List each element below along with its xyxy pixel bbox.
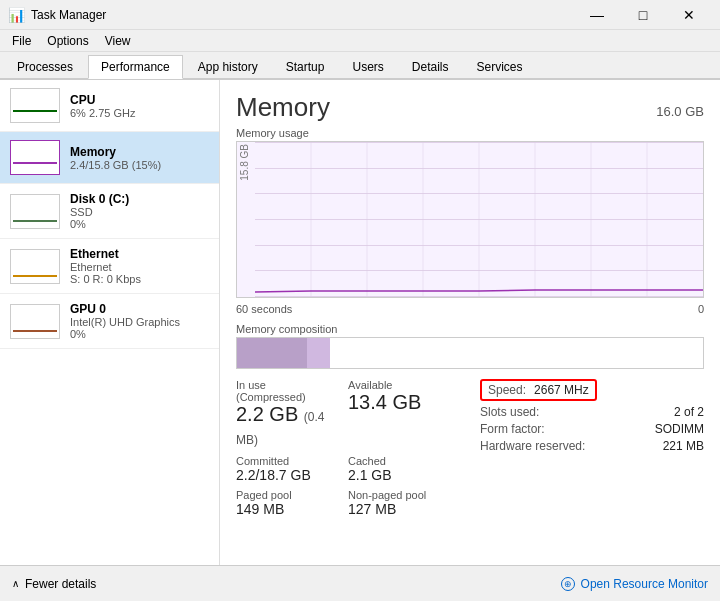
chevron-up-icon: ∧	[12, 578, 19, 589]
sidebar-item-cpu[interactable]: CPU 6% 2.75 GHz	[0, 80, 219, 132]
ethernet-name: Ethernet	[70, 247, 209, 261]
slots-row: Slots used: 2 of 2	[480, 405, 704, 419]
stat-committed: Committed 2.2/18.7 GB	[236, 455, 348, 483]
hw-row: Hardware reserved: 221 MB	[480, 439, 704, 453]
sidebar: CPU 6% 2.75 GHz Memory 2.4/15.8 GB (15%)…	[0, 80, 220, 565]
nonpaged-label: Non-paged pool	[348, 489, 444, 501]
gpu-thumbnail	[10, 304, 60, 339]
stats-left: In use (Compressed) 2.2 GB (0.4 MB) Avai…	[236, 379, 460, 523]
disk-name: Disk 0 (C:)	[70, 192, 209, 206]
disk-thumbnail	[10, 194, 60, 229]
tab-processes[interactable]: Processes	[4, 55, 86, 79]
comp-inuse	[237, 338, 307, 368]
gpu-desc2: 0%	[70, 328, 209, 340]
comp-free	[610, 338, 703, 368]
panel-total: 16.0 GB	[656, 104, 704, 119]
stats-row-3: Paged pool 149 MB Non-paged pool 127 MB	[236, 489, 460, 517]
resource-monitor-icon: ⊕	[561, 577, 575, 591]
cpu-desc: 6% 2.75 GHz	[70, 107, 209, 119]
maximize-button[interactable]: □	[620, 0, 666, 30]
form-label: Form factor:	[480, 422, 545, 436]
chart-label: Memory usage	[236, 127, 704, 139]
tab-bar: Processes Performance App history Startu…	[0, 52, 720, 80]
tab-performance[interactable]: Performance	[88, 55, 183, 79]
cpu-name: CPU	[70, 93, 209, 107]
stats-row-2: Committed 2.2/18.7 GB Cached 2.1 GB	[236, 455, 460, 483]
stats-row-1: In use (Compressed) 2.2 GB (0.4 MB) Avai…	[236, 379, 460, 449]
stat-cached: Cached 2.1 GB	[348, 455, 460, 483]
speed-row: Speed: 2667 MHz	[480, 379, 704, 401]
stat-available: Available 13.4 GB	[348, 379, 460, 449]
available-label: Available	[348, 379, 444, 391]
menu-file[interactable]: File	[4, 32, 39, 50]
menu-view[interactable]: View	[97, 32, 139, 50]
cached-label: Cached	[348, 455, 444, 467]
title-bar: 📊 Task Manager — □ ✕	[0, 0, 720, 30]
gpu-desc1: Intel(R) UHD Graphics	[70, 316, 209, 328]
title-bar-controls: — □ ✕	[574, 0, 712, 30]
slots-label: Slots used:	[480, 405, 539, 419]
bottom-bar: ∧ Fewer details ⊕ Open Resource Monitor	[0, 565, 720, 601]
chart-y-max: 15.8 GB	[237, 142, 255, 183]
speed-box: Speed: 2667 MHz	[480, 379, 597, 401]
memory-thumbnail	[10, 140, 60, 175]
sidebar-item-ethernet[interactable]: Ethernet Ethernet S: 0 R: 0 Kbps	[0, 239, 219, 294]
sidebar-item-memory[interactable]: Memory 2.4/15.8 GB (15%)	[0, 132, 219, 184]
composition-bar	[236, 337, 704, 369]
app-icon: 📊	[8, 7, 25, 23]
gpu-name: GPU 0	[70, 302, 209, 316]
ethernet-info: Ethernet Ethernet S: 0 R: 0 Kbps	[70, 247, 209, 285]
gpu-info: GPU 0 Intel(R) UHD Graphics 0%	[70, 302, 209, 340]
paged-value: 149 MB	[236, 501, 332, 517]
cpu-thumbnail	[10, 88, 60, 123]
tab-apphistory[interactable]: App history	[185, 55, 271, 79]
menu-bar: File Options View	[0, 30, 720, 52]
chart-bottom-labels: 60 seconds 0	[236, 302, 704, 319]
slots-value: 2 of 2	[674, 405, 704, 419]
stat-inuse: In use (Compressed) 2.2 GB (0.4 MB)	[236, 379, 348, 449]
cached-value: 2.1 GB	[348, 467, 444, 483]
committed-label: Committed	[236, 455, 332, 467]
sidebar-item-gpu[interactable]: GPU 0 Intel(R) UHD Graphics 0%	[0, 294, 219, 349]
composition-label: Memory composition	[236, 323, 704, 335]
open-resource-monitor-button[interactable]: ⊕ Open Resource Monitor	[561, 577, 708, 591]
disk-info: Disk 0 (C:) SSD 0%	[70, 192, 209, 230]
fewer-details-label: Fewer details	[25, 577, 96, 591]
panel-header: Memory 16.0 GB	[236, 92, 704, 123]
stats-right-panel: Speed: 2667 MHz Slots used: 2 of 2 Form …	[460, 379, 704, 523]
nonpaged-value: 127 MB	[348, 501, 444, 517]
inuse-value: 2.2 GB (0.4 MB)	[236, 403, 332, 449]
hw-label: Hardware reserved:	[480, 439, 585, 453]
menu-options[interactable]: Options	[39, 32, 96, 50]
right-panel: Memory 16.0 GB Memory usage 15.8 GB	[220, 80, 720, 565]
fewer-details-button[interactable]: ∧ Fewer details	[12, 577, 96, 591]
tab-users[interactable]: Users	[339, 55, 396, 79]
committed-value: 2.2/18.7 GB	[236, 467, 332, 483]
tab-services[interactable]: Services	[464, 55, 536, 79]
chart-x-left: 60 seconds	[236, 303, 292, 315]
chart-container: 15.8 GB	[236, 141, 704, 298]
available-value: 13.4 GB	[348, 391, 444, 414]
chart-x-right: 0	[698, 303, 704, 315]
stats-combined: In use (Compressed) 2.2 GB (0.4 MB) Avai…	[236, 379, 704, 523]
tab-details[interactable]: Details	[399, 55, 462, 79]
sidebar-item-disk[interactable]: Disk 0 (C:) SSD 0%	[0, 184, 219, 239]
title-bar-left: 📊 Task Manager	[8, 7, 106, 23]
minimize-button[interactable]: —	[574, 0, 620, 30]
form-value: SODIMM	[655, 422, 704, 436]
form-row: Form factor: SODIMM	[480, 422, 704, 436]
app-title: Task Manager	[31, 8, 106, 22]
hw-value: 221 MB	[663, 439, 704, 453]
chart-main	[255, 142, 703, 297]
stat-paged: Paged pool 149 MB	[236, 489, 348, 517]
comp-modified	[307, 338, 330, 368]
close-button[interactable]: ✕	[666, 0, 712, 30]
disk-desc1: SSD	[70, 206, 209, 218]
tab-startup[interactable]: Startup	[273, 55, 338, 79]
disk-desc2: 0%	[70, 218, 209, 230]
speed-value: 2667 MHz	[534, 383, 589, 397]
paged-label: Paged pool	[236, 489, 332, 501]
chart-svg	[255, 142, 703, 297]
cpu-info: CPU 6% 2.75 GHz	[70, 93, 209, 119]
memory-desc: 2.4/15.8 GB (15%)	[70, 159, 209, 171]
